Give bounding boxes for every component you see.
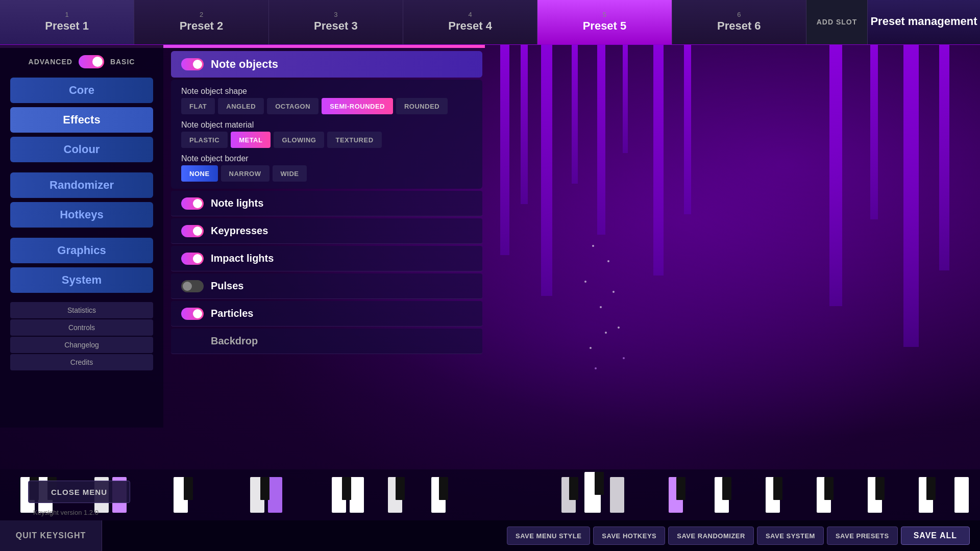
shape-angled-button[interactable]: ANGLED: [218, 98, 264, 114]
toggle-knob: [193, 199, 202, 208]
quit-button[interactable]: QUIT KEYSIGHT: [0, 520, 102, 551]
save-menu-style-button[interactable]: SAVE MENU STYLE: [507, 527, 590, 545]
note-lights-row: Note lights: [171, 191, 482, 216]
material-textured-button[interactable]: TEXTURED: [327, 132, 381, 148]
preset-6-slot: 6: [737, 11, 741, 18]
pulses-label: Pulses: [211, 280, 243, 292]
advanced-label: ADVANCED: [29, 58, 72, 66]
toggle-knob: [92, 57, 103, 67]
particle: [605, 332, 607, 334]
particle: [584, 281, 586, 283]
border-none-button[interactable]: NONE: [181, 165, 218, 182]
bg-column: [541, 41, 552, 296]
preset-5-button[interactable]: 5 Preset 5: [537, 0, 672, 44]
note-lights-toggle[interactable]: [181, 197, 204, 210]
sidebar-item-effects[interactable]: Effects: [10, 107, 153, 133]
save-all-button[interactable]: SAVE ALL: [901, 527, 970, 545]
save-hotkeys-button[interactable]: SAVE HOTKEYS: [593, 527, 665, 545]
sidebar-item-hotkeys[interactable]: Hotkeys: [10, 202, 153, 228]
note-lights-label: Note lights: [211, 197, 263, 209]
border-wide-button[interactable]: WIDE: [273, 165, 307, 182]
particles-row: Particles: [171, 301, 482, 327]
shape-setting: Note object shape FLAT ANGLED OCTAGON SE…: [181, 87, 472, 114]
save-buttons-group: SAVE MENU STYLE SAVE HOTKEYS SAVE RANDOM…: [497, 527, 980, 545]
toggle-knob: [193, 227, 202, 236]
note-objects-settings: Note object shape FLAT ANGLED OCTAGON SE…: [171, 80, 482, 189]
preset-5-slot: 5: [603, 11, 606, 18]
particle: [590, 347, 592, 349]
preset-3-button[interactable]: 3 Preset 3: [269, 0, 403, 44]
preset-6-button[interactable]: 6 Preset 6: [672, 0, 806, 44]
bg-column: [572, 41, 578, 184]
sidebar-item-controls[interactable]: Controls: [10, 319, 153, 336]
bg-column: [623, 41, 628, 153]
material-plastic-button[interactable]: PLASTIC: [181, 132, 228, 148]
material-glowing-button[interactable]: GLOWING: [274, 132, 324, 148]
border-narrow-button[interactable]: NARROW: [221, 165, 270, 182]
close-menu-button[interactable]: CLOSE MENU: [28, 481, 130, 503]
particle: [618, 327, 620, 329]
bg-column: [684, 41, 691, 214]
border-options: NONE NARROW WIDE: [181, 165, 472, 182]
sidebar-item-credits[interactable]: Credits: [10, 354, 153, 370]
bg-column: [870, 41, 878, 219]
backdrop-label: Backdrop: [211, 335, 258, 347]
particle: [612, 291, 615, 293]
sidebar-item-randomizer[interactable]: Randomizer: [10, 172, 153, 198]
sidebar-item-core[interactable]: Core: [10, 78, 153, 103]
preset-bar: 1 Preset 1 2 Preset 2 3 Preset 3 4 Prese…: [0, 0, 980, 45]
shape-flat-button[interactable]: FLAT: [181, 98, 215, 114]
shape-rounded-button[interactable]: ROUNDED: [396, 98, 448, 114]
bg-column: [829, 41, 842, 306]
keypresses-label: Keypresses: [211, 225, 268, 237]
particles-toggle[interactable]: [181, 308, 204, 320]
sidebar-item-colour[interactable]: Colour: [10, 137, 153, 162]
shape-octagon-button[interactable]: OCTAGON: [267, 98, 318, 114]
particle: [600, 306, 602, 308]
preset-management-button[interactable]: Preset management: [868, 0, 980, 44]
material-options: PLASTIC METAL GLOWING TEXTURED: [181, 132, 472, 148]
preset-3-label: Preset 3: [314, 19, 358, 33]
material-metal-button[interactable]: METAL: [231, 132, 271, 148]
preset-4-button[interactable]: 4 Preset 4: [403, 0, 537, 44]
border-label: Note object border: [181, 154, 472, 163]
main-content: Note objects Note object shape FLAT ANGL…: [171, 51, 482, 354]
keypresses-toggle[interactable]: [181, 225, 204, 237]
pulses-toggle[interactable]: [181, 280, 204, 292]
save-presets-button[interactable]: SAVE PRESETS: [827, 527, 898, 545]
sidebar-item-system[interactable]: System: [10, 267, 153, 293]
preset-2-button[interactable]: 2 Preset 2: [134, 0, 268, 44]
preset-5-label: Preset 5: [583, 19, 627, 33]
save-randomizer-button[interactable]: SAVE RANDOMIZER: [668, 527, 754, 545]
shape-options: FLAT ANGLED OCTAGON SEMI-ROUNDED ROUNDED: [181, 98, 472, 114]
material-setting: Note object material PLASTIC METAL GLOWI…: [181, 120, 472, 148]
sidebar-item-changelog[interactable]: Changelog: [10, 337, 153, 353]
particle: [623, 357, 625, 359]
material-label: Note object material: [181, 120, 472, 130]
small-nav-group: Statistics Controls Changelog Credits: [10, 302, 153, 370]
preset-6-label: Preset 6: [717, 19, 761, 33]
toggle-knob: [193, 309, 202, 318]
preset-4-slot: 4: [469, 11, 472, 18]
preset-3-slot: 3: [334, 11, 337, 18]
impact-lights-toggle[interactable]: [181, 253, 204, 265]
keypresses-row: Keypresses: [171, 218, 482, 244]
preset-4-label: Preset 4: [448, 19, 492, 33]
shape-semi-rounded-button[interactable]: SEMI-ROUNDED: [322, 98, 393, 114]
basic-label: BASIC: [110, 58, 135, 66]
impact-lights-label: Impact lights: [211, 253, 274, 264]
shape-label: Note object shape: [181, 87, 472, 96]
advanced-basic-switch[interactable]: [79, 55, 104, 68]
note-objects-header: Note objects: [171, 51, 482, 78]
pulses-row: Pulses: [171, 273, 482, 299]
sidebar-item-graphics[interactable]: Graphics: [10, 238, 153, 263]
particle: [592, 245, 594, 247]
preset-1-label: Preset 1: [45, 19, 89, 33]
sidebar-item-statistics[interactable]: Statistics: [10, 302, 153, 318]
impact-lights-row: Impact lights: [171, 246, 482, 271]
note-objects-toggle[interactable]: [181, 58, 204, 70]
save-system-button[interactable]: SAVE SYSTEM: [757, 527, 824, 545]
bg-column: [500, 41, 509, 255]
preset-1-button[interactable]: 1 Preset 1: [0, 0, 134, 44]
add-slot-button[interactable]: ADD SLOT: [806, 0, 868, 44]
